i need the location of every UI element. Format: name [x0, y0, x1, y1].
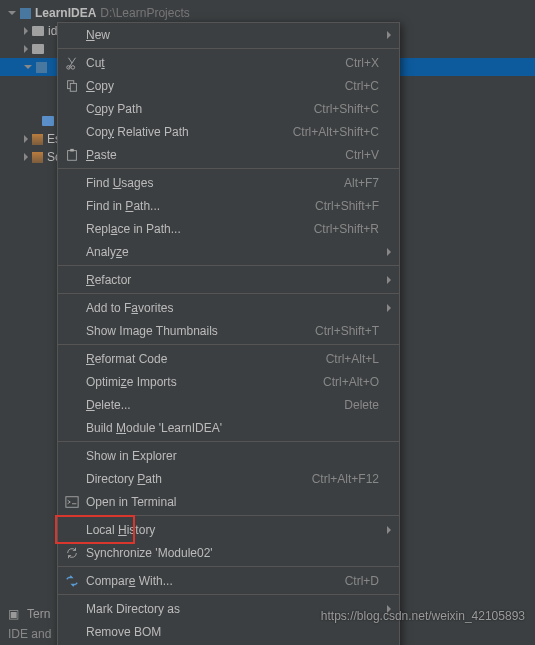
menu-item[interactable]: Reformat CodeCtrl+Alt+L — [58, 347, 399, 370]
menu-item[interactable]: Synchronize 'Module02' — [58, 541, 399, 564]
menu-item[interactable]: Analyze — [58, 240, 399, 263]
menu-item-label: Show Image Thumbnails — [86, 324, 315, 338]
menu-separator — [58, 566, 399, 567]
submenu-arrow-icon — [387, 248, 391, 256]
menu-item[interactable]: PasteCtrl+V — [58, 143, 399, 166]
tree-root-path: D:\LearnProjects — [100, 6, 189, 20]
context-menu: NewCutCtrl+XCopyCtrl+CCopy PathCtrl+Shif… — [57, 22, 400, 645]
menu-item-label: Analyze — [86, 245, 379, 259]
menu-shortcut: Ctrl+Alt+F12 — [312, 472, 379, 486]
watermark: https://blog.csdn.net/weixin_42105893 — [321, 609, 525, 623]
menu-item[interactable]: Directory PathCtrl+Alt+F12 — [58, 467, 399, 490]
menu-item[interactable]: Replace in Path...Ctrl+Shift+R — [58, 217, 399, 240]
tree-root[interactable]: LearnIDEA D:\LearnProjects — [0, 4, 535, 22]
menu-item[interactable]: Show in Explorer — [58, 444, 399, 467]
menu-item-label: Replace in Path... — [86, 222, 314, 236]
menu-item[interactable]: Optimize ImportsCtrl+Alt+O — [58, 370, 399, 393]
menu-item[interactable]: New — [58, 23, 399, 46]
folder-icon — [32, 26, 44, 36]
menu-item-label: Compare With... — [86, 574, 345, 588]
menu-item-label: Refactor — [86, 273, 379, 287]
svg-rect-3 — [70, 83, 76, 91]
menu-item[interactable]: Copy PathCtrl+Shift+C — [58, 97, 399, 120]
svg-rect-6 — [66, 496, 78, 507]
menu-item[interactable]: Find UsagesAlt+F7 — [58, 171, 399, 194]
menu-item-label: Open in Terminal — [86, 495, 379, 509]
menu-shortcut: Ctrl+Shift+T — [315, 324, 379, 338]
menu-item-label: Copy Path — [86, 102, 314, 116]
svg-point-0 — [67, 65, 71, 69]
menu-shortcut: Ctrl+D — [345, 574, 379, 588]
menu-shortcut: Alt+F7 — [344, 176, 379, 190]
submenu-arrow-icon — [387, 304, 391, 312]
blank-icon — [64, 448, 80, 464]
menu-shortcut: Ctrl+C — [345, 79, 379, 93]
menu-shortcut: Ctrl+Shift+R — [314, 222, 379, 236]
menu-separator — [58, 48, 399, 49]
menu-item[interactable]: Copy Relative PathCtrl+Alt+Shift+C — [58, 120, 399, 143]
menu-item-label: Find in Path... — [86, 199, 315, 213]
blank-icon — [64, 522, 80, 538]
menu-item-label: Copy — [86, 79, 345, 93]
blank-icon — [64, 101, 80, 117]
blank-icon — [64, 351, 80, 367]
blank-icon — [64, 272, 80, 288]
menu-item[interactable]: Delete...Delete — [58, 393, 399, 416]
expand-icon — [8, 11, 16, 15]
menu-item[interactable]: CutCtrl+X — [58, 51, 399, 74]
terminal-icon — [64, 494, 80, 510]
submenu-arrow-icon — [387, 276, 391, 284]
cut-icon — [64, 55, 80, 71]
collapse-icon — [24, 27, 28, 35]
copy-icon — [64, 78, 80, 94]
menu-item-label: New — [86, 28, 379, 42]
menu-shortcut: Ctrl+Alt+O — [323, 375, 379, 389]
menu-separator — [58, 265, 399, 266]
menu-shortcut: Ctrl+Alt+L — [326, 352, 379, 366]
submenu-arrow-icon — [387, 31, 391, 39]
menu-shortcut: Ctrl+Alt+Shift+C — [293, 125, 379, 139]
blank-icon — [64, 175, 80, 191]
tool-window-bar[interactable]: ▣ Tern — [0, 603, 58, 625]
svg-rect-5 — [70, 148, 74, 151]
menu-shortcut: Ctrl+Shift+C — [314, 102, 379, 116]
menu-item[interactable]: Refactor — [58, 268, 399, 291]
compare-icon — [64, 573, 80, 589]
blank-icon — [64, 420, 80, 436]
menu-separator — [58, 515, 399, 516]
library-icon — [32, 152, 43, 163]
menu-shortcut: Ctrl+X — [345, 56, 379, 70]
menu-item[interactable]: Add to Favorites — [58, 296, 399, 319]
blank-icon — [64, 198, 80, 214]
menu-item-label: Synchronize 'Module02' — [86, 546, 379, 560]
collapse-icon — [24, 135, 28, 143]
menu-separator — [58, 344, 399, 345]
menu-item[interactable]: Show Image ThumbnailsCtrl+Shift+T — [58, 319, 399, 342]
menu-item[interactable]: CopyCtrl+C — [58, 74, 399, 97]
menu-separator — [58, 441, 399, 442]
collapse-icon — [24, 45, 28, 53]
svg-rect-4 — [68, 150, 77, 160]
expand-icon — [24, 65, 32, 69]
menu-shortcut: Delete — [344, 398, 379, 412]
menu-item[interactable]: Find in Path...Ctrl+Shift+F — [58, 194, 399, 217]
menu-item-label: Add to Favorites — [86, 301, 379, 315]
menu-item[interactable]: Open in Terminal — [58, 490, 399, 513]
blank-icon — [64, 374, 80, 390]
menu-item-label: Show in Explorer — [86, 449, 379, 463]
blank-icon — [64, 323, 80, 339]
tree-root-label: LearnIDEA — [35, 6, 96, 20]
menu-item-label: Find Usages — [86, 176, 344, 190]
menu-item[interactable]: Build Module 'LearnIDEA' — [58, 416, 399, 439]
collapse-icon — [24, 153, 28, 161]
folder-icon — [32, 44, 44, 54]
blank-icon — [64, 471, 80, 487]
svg-point-1 — [71, 65, 75, 69]
menu-item[interactable]: Compare With...Ctrl+D — [58, 569, 399, 592]
menu-item-label: Build Module 'LearnIDEA' — [86, 421, 379, 435]
menu-item-label: Directory Path — [86, 472, 312, 486]
blank-icon — [64, 221, 80, 237]
menu-item[interactable]: Local History — [58, 518, 399, 541]
menu-item-label: Cut — [86, 56, 345, 70]
menu-item-label: Paste — [86, 148, 345, 162]
